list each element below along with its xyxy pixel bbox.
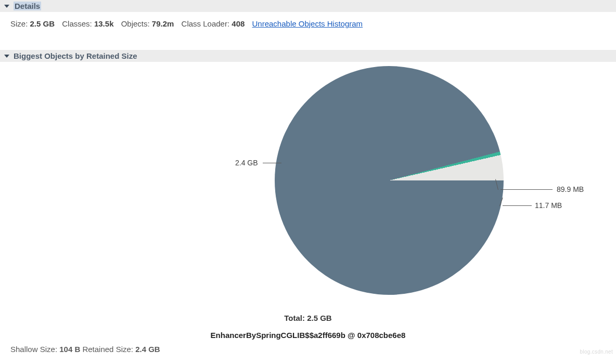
section-title-details: Details: [14, 2, 41, 10]
pie-chart-container: 2.4 GB 89.9 MB 11.7 MB: [0, 62, 616, 311]
objects-label: Objects:: [121, 19, 150, 28]
pie-slice-label-big: 2.4 GB: [235, 159, 258, 167]
details-summary-row: Size: 2.5 GB Classes: 13.5k Objects: 79.…: [0, 12, 616, 35]
pie-leader-line: [500, 189, 553, 190]
chevron-down-icon: [4, 5, 9, 8]
pie-total-label: Total: 2.5 GB: [0, 314, 616, 322]
spacer: [0, 35, 616, 50]
unreachable-histogram-link[interactable]: Unreachable Objects Histogram: [252, 19, 363, 28]
section-title-biggest: Biggest Objects by Retained Size: [14, 51, 137, 60]
classes-label: Classes:: [62, 19, 92, 28]
pie-slice-label-small: 11.7 MB: [535, 201, 562, 210]
size-value: 2.5 GB: [30, 19, 55, 28]
classes-value: 13.5k: [94, 19, 114, 28]
classloader-label: Class Loader:: [182, 19, 230, 28]
objects-value: 79.2m: [152, 19, 174, 28]
retained-size-value: 2.4 GB: [135, 345, 160, 354]
section-header-biggest[interactable]: Biggest Objects by Retained Size: [0, 50, 616, 62]
classloader-value: 408: [232, 19, 245, 28]
selected-object-name: EnhancerBySpringCGLIB$$a2ff669b @ 0x708c…: [0, 331, 616, 340]
pie-leader-line: [503, 205, 532, 206]
shallow-size-value: 104 B: [59, 345, 80, 354]
chevron-down-icon: [4, 55, 9, 58]
pie-leader-line: [263, 163, 281, 163]
pie-chart[interactable]: [275, 66, 504, 295]
pie-slice-label-rest: 89.9 MB: [557, 185, 584, 193]
section-header-details[interactable]: Details: [0, 0, 616, 12]
retained-size-label: Retained Size:: [82, 345, 133, 354]
object-size-footer: Shallow Size: 104 B Retained Size: 2.4 G…: [0, 340, 616, 356]
watermark-text: blog.csdn.net: [580, 349, 613, 355]
shallow-size-label: Shallow Size:: [10, 345, 57, 354]
size-label: Size:: [10, 19, 28, 28]
